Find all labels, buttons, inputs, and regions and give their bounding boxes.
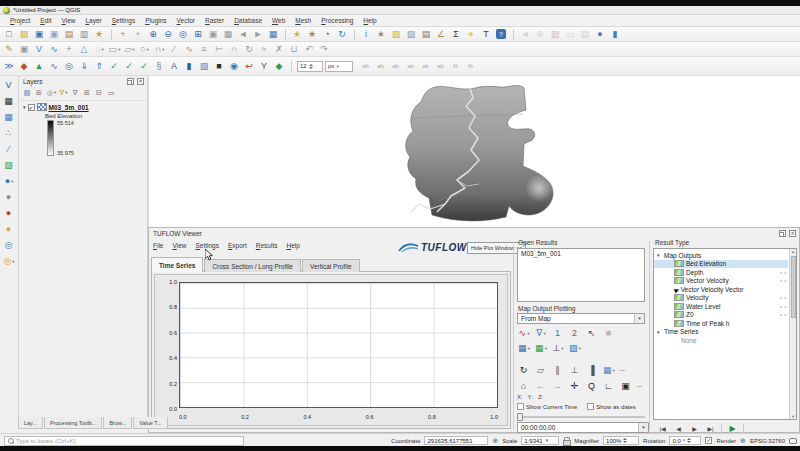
open-result-item[interactable]: M03_5m_001 bbox=[518, 249, 644, 258]
axis-limits-button[interactable]: ⊥ bbox=[568, 364, 582, 377]
run-feature-action-icon[interactable]: ∗ bbox=[375, 28, 388, 40]
add-xyz-layer-icon[interactable]: ◎▾ bbox=[3, 255, 16, 267]
messages-icon[interactable]: … bbox=[789, 438, 797, 444]
playback-separator[interactable] bbox=[743, 424, 744, 433]
remove-layer-icon[interactable]: ▭ bbox=[106, 87, 117, 98]
check-geometry-icon[interactable]: ✓ bbox=[108, 60, 121, 72]
result-item-velocity[interactable]: Velocity ≍≍ bbox=[654, 294, 788, 303]
toolbar-separator[interactable] bbox=[285, 29, 286, 40]
select-features-icon[interactable]: ▧ bbox=[390, 28, 403, 40]
python-console-icon[interactable]: ≫ bbox=[3, 60, 16, 72]
tuflow-menu-item[interactable]: Results bbox=[256, 242, 278, 249]
tuflow-menu-item[interactable]: Help bbox=[286, 242, 299, 249]
checkbox[interactable] bbox=[587, 403, 594, 410]
dock-tab[interactable]: Value T... bbox=[133, 417, 167, 429]
deselect-features-icon[interactable]: ▧ bbox=[405, 28, 418, 40]
scale-combo[interactable]: 1:9341▼ bbox=[521, 436, 559, 445]
dock-tab[interactable]: Processing Toolb... bbox=[44, 417, 102, 429]
menu-item[interactable]: Project bbox=[5, 17, 35, 24]
manage-map-themes-icon[interactable]: ◎▾ bbox=[46, 87, 57, 98]
add-raster-layer-icon[interactable]: ▦ bbox=[3, 95, 16, 107]
open-results-list[interactable]: M03_5m_001 bbox=[517, 248, 645, 302]
previous-timestep-button[interactable]: ◀ bbox=[673, 426, 684, 432]
add-spatialite-layer-icon[interactable]: ● bbox=[3, 191, 16, 203]
terrain-icon[interactable]: ▲ bbox=[33, 60, 46, 72]
lock-scale-icon[interactable] bbox=[563, 437, 570, 445]
freeze-axis-button[interactable]: ∥ bbox=[551, 364, 565, 377]
result-group-time-series[interactable]: ▾ Time Series bbox=[654, 328, 788, 337]
split-features-icon[interactable]: ∕ bbox=[168, 43, 181, 55]
docs-icon[interactable]: ▮ bbox=[183, 60, 196, 72]
street-view-icon[interactable]: ● bbox=[594, 28, 607, 40]
open-project-icon[interactable]: ▨ bbox=[18, 28, 31, 40]
menu-item[interactable]: Settings bbox=[107, 17, 141, 24]
label-toolbar-icon-5[interactable]: ab bbox=[419, 60, 432, 72]
zoom-out-icon[interactable]: ⊖ bbox=[162, 28, 175, 40]
new-bookmark-icon[interactable]: ★ bbox=[291, 28, 304, 40]
zoom-last-icon[interactable]: ◄ bbox=[237, 28, 250, 40]
statistical-summary-icon[interactable]: Σ bbox=[450, 28, 463, 40]
toolbar-separator[interactable] bbox=[291, 61, 292, 72]
text-annotation-icon[interactable]: T bbox=[480, 28, 493, 40]
save-project-as-icon[interactable]: ▣ bbox=[48, 28, 61, 40]
pan-plot-button[interactable]: ✛ bbox=[568, 380, 582, 393]
label-toolbar-icon-4[interactable]: ab bbox=[404, 60, 417, 72]
result-item-water-level[interactable]: Water Level ≍≍ bbox=[654, 302, 788, 311]
refresh-plot-button[interactable]: ↻ bbox=[517, 364, 531, 377]
float-panel-icon[interactable] bbox=[127, 78, 134, 85]
tree-expander-icon[interactable]: ▾ bbox=[657, 252, 662, 258]
result-item-depth[interactable]: Depth ≍≍ bbox=[654, 268, 788, 277]
scrollbar-thumb[interactable] bbox=[791, 256, 796, 318]
add-group-icon[interactable]: ⊞ bbox=[34, 87, 45, 98]
clear-plot-button[interactable]: ▱ bbox=[534, 364, 548, 377]
expand-all-icon[interactable]: ⊞ bbox=[82, 87, 93, 98]
dark-box-icon[interactable]: ■ bbox=[213, 60, 226, 72]
map-canvas[interactable] bbox=[148, 76, 800, 227]
rotate-feature-icon[interactable]: ↻ bbox=[243, 43, 256, 55]
add-mssql-layer-icon[interactable]: ● bbox=[3, 207, 16, 219]
float-panel-icon[interactable] bbox=[779, 230, 786, 237]
toolbar-separator[interactable] bbox=[513, 29, 514, 40]
menu-item[interactable]: Help bbox=[358, 17, 381, 24]
ellipse-tools-icon[interactable]: ○▾ bbox=[138, 43, 151, 55]
label-toolbar-icon-7[interactable]: % bbox=[449, 60, 462, 72]
redo-icon[interactable]: ↷ bbox=[318, 43, 331, 55]
zoom-to-layer-icon[interactable]: ▦ bbox=[222, 28, 235, 40]
axis-2-button[interactable]: 2 bbox=[568, 327, 582, 340]
last-timestep-button[interactable]: ▶| bbox=[705, 426, 716, 432]
dock-tab[interactable]: Brow... bbox=[103, 417, 132, 429]
mesh-digitizing-icon[interactable]: △ bbox=[78, 43, 91, 55]
add-mesh-layer-icon[interactable]: ▦ bbox=[3, 111, 16, 123]
menu-item[interactable]: Layer bbox=[80, 17, 106, 24]
measure-line-icon[interactable]: ∠ bbox=[435, 28, 448, 40]
layer-name[interactable]: M03_5m_001 bbox=[49, 104, 89, 111]
current-edits-icon[interactable]: ✎ bbox=[3, 43, 16, 55]
zoom-full-icon[interactable]: ⊞ bbox=[192, 28, 205, 40]
globe-search-icon[interactable]: ◉ bbox=[228, 60, 241, 72]
checkbox[interactable] bbox=[517, 403, 524, 410]
zoom-to-selection-icon[interactable]: ▣ bbox=[207, 28, 220, 40]
subplot-config-button[interactable]: ∟ bbox=[602, 380, 616, 393]
zoom-native-icon[interactable]: ◎ bbox=[177, 28, 190, 40]
rectangle-tools-icon[interactable]: ▭▾ bbox=[108, 43, 121, 55]
plot-source-combo[interactable]: From Map ▼ bbox=[517, 313, 645, 324]
result-item-vector-velocity-vector[interactable]: ▶ Vector Velocity Vector bbox=[654, 285, 788, 294]
open-attribute-table-icon[interactable]: ▤ bbox=[420, 28, 433, 40]
toolbar-separator[interactable] bbox=[354, 29, 355, 40]
label-size-spinbox[interactable]: 12 bbox=[297, 61, 323, 72]
first-timestep-button[interactable]: |◀ bbox=[657, 426, 668, 432]
label-toolbar-icon-3[interactable]: ab bbox=[389, 60, 402, 72]
undo-icon[interactable]: ↶ bbox=[303, 43, 316, 55]
move-feature-icon[interactable]: + bbox=[63, 43, 76, 55]
curtain-plot-menu-button[interactable]: ▧▾ bbox=[568, 342, 582, 355]
label-unit-combo[interactable]: px▾ bbox=[325, 61, 353, 72]
tab-time-series[interactable]: Time Series bbox=[151, 257, 203, 272]
offset-curve-icon[interactable]: ≡ bbox=[198, 43, 211, 55]
add-pointcloud-layer-icon[interactable]: ∴ bbox=[3, 127, 16, 139]
plot-cross-section-button[interactable]: ∇▾ bbox=[534, 327, 548, 340]
add-postgis-layer-icon[interactable]: ●▾ bbox=[3, 175, 16, 187]
locate-search-box[interactable]: Type to locate (Ctrl+K) bbox=[4, 436, 244, 446]
menu-item[interactable]: Web bbox=[267, 17, 290, 24]
processing-clear-icon[interactable]: ▭ bbox=[564, 28, 577, 40]
chevron-down-icon[interactable]: ▼ bbox=[638, 423, 648, 432]
